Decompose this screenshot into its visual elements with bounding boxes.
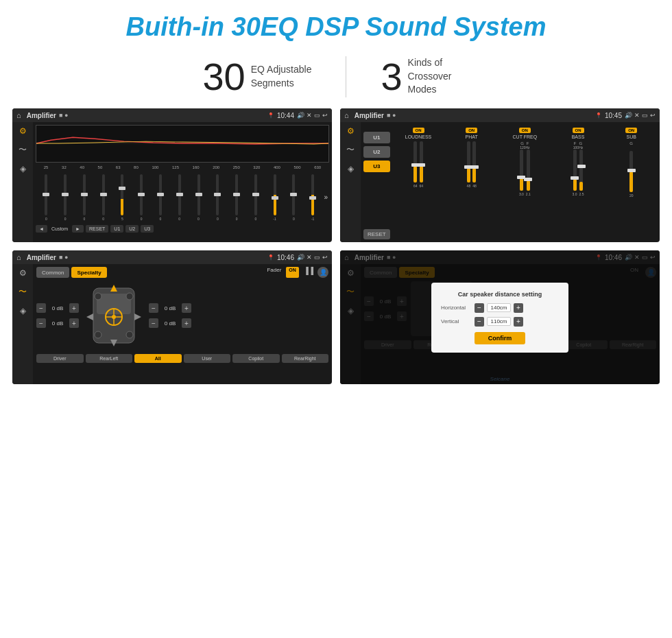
fader-sidebar-icon3[interactable]: ◈ <box>20 306 26 316</box>
dialog-title: Car speaker distance setting <box>441 291 559 298</box>
preset-column: U1 U2 U3 RESET <box>363 125 390 239</box>
eq-next-btn[interactable]: ► <box>72 225 84 233</box>
eq-reset-btn[interactable]: RESET <box>86 225 108 233</box>
loudness-on: ON <box>413 128 424 133</box>
window-icon-3: ▭ <box>314 254 320 261</box>
channel-cutfreq: ON CUT FREQ GF 120Hz <box>499 128 551 239</box>
dialog-horizontal-label: Horizontal <box>441 305 472 311</box>
eq-main: 253240 506380 100125160 200250320 400500… <box>33 122 332 242</box>
eq-slider-0[interactable]: 0 <box>37 174 56 221</box>
eq-sidebar-icon3[interactable]: ◈ <box>20 164 26 174</box>
dialog-overlay: Car speaker distance setting Horizontal … <box>340 250 660 384</box>
fader-sidebar: ⚙ 〜 ◈ <box>12 264 33 384</box>
close-icon-3: ✕ <box>307 254 312 261</box>
btn-driver[interactable]: Driver <box>36 354 84 363</box>
vol-fl-value: 0 dB <box>48 305 67 311</box>
crossover-status-icons: 🔊 ✕ ▭ ↩ <box>625 112 656 119</box>
eq-slider-7[interactable]: 0 <box>170 174 189 221</box>
eq-slider-13[interactable]: 0 <box>285 174 303 221</box>
channel-bass: ON BASS FG 100Hz <box>553 128 604 239</box>
eq-prev-btn[interactable]: ◄ <box>36 225 47 233</box>
crossover-sidebar-icon1[interactable]: ⚙ <box>347 126 355 136</box>
vol-rl-value: 0 dB <box>48 320 67 327</box>
vol-rr-minus[interactable]: − <box>149 318 158 328</box>
vol-rl-minus[interactable]: − <box>36 318 46 328</box>
btn-rearright[interactable]: RearRight <box>282 354 329 363</box>
eq-app-name: Amplifier <box>27 112 56 119</box>
crossover-reset-btn[interactable]: RESET <box>363 229 390 239</box>
sub-on: ON <box>625 128 637 133</box>
eq-u3-btn[interactable]: U3 <box>141 225 154 233</box>
vol-rear-left: − 0 dB + <box>36 318 79 328</box>
fader-layout: − 0 dB + − 0 dB + <box>36 281 328 350</box>
vol-fr-plus[interactable]: + <box>182 303 191 313</box>
vertical-minus-btn[interactable]: − <box>475 317 484 327</box>
crossover-sidebar-icon3[interactable]: ◈ <box>348 164 354 174</box>
confirm-button[interactable]: Confirm <box>475 332 526 344</box>
btn-all[interactable]: All <box>134 354 182 363</box>
scroll-right-icon[interactable]: » <box>324 193 328 201</box>
home-icon-2[interactable]: ⌂ <box>344 111 349 119</box>
eq-time: 10:44 <box>277 112 294 119</box>
fader-sidebar-icon1[interactable]: ⚙ <box>19 268 27 278</box>
eq-slider-10[interactable]: 0 <box>228 174 246 221</box>
settings-person-icon[interactable]: 👤 <box>317 267 328 278</box>
eq-slider-6[interactable]: 0 <box>152 174 170 221</box>
eq-body: ⚙ 〜 ◈ 25 <box>12 122 332 242</box>
location-icon-3: 📍 <box>267 255 274 261</box>
eq-sidebar-icon1[interactable]: ⚙ <box>19 126 27 136</box>
loudness-sliders: 64 64 <box>413 141 423 203</box>
eq-slider-1[interactable]: 0 <box>56 174 75 221</box>
eq-slider-3[interactable]: 0 <box>94 174 112 221</box>
eq-slider-4[interactable]: 5 <box>113 174 132 221</box>
crossover-time: 10:45 <box>605 112 622 119</box>
crossover-sidebar-icon2[interactable]: 〜 <box>346 144 355 156</box>
eq-slider-8[interactable]: 0 <box>189 174 208 221</box>
stat-eq-number: 30 <box>202 54 245 99</box>
vol-fr-value: 0 dB <box>160 305 180 311</box>
eq-slider-2[interactable]: 0 <box>75 174 94 221</box>
stat-crossover-label: Kinds ofCrossover Modes <box>408 56 470 97</box>
fader-time: 10:46 <box>277 254 294 261</box>
tab-common[interactable]: Common <box>36 267 69 278</box>
fader-sidebar-icon2[interactable]: 〜 <box>19 286 27 298</box>
home-icon[interactable]: ⌂ <box>16 111 21 119</box>
eq-slider-12[interactable]: -1 <box>265 174 284 221</box>
preset-u2-btn[interactable]: U2 <box>363 146 390 158</box>
channel-phat: ON PHAT 48 <box>446 128 497 239</box>
screen-fader: ⌂ Amplifier ■ ● 📍 10:46 🔊 ✕ ▭ ↩ ⚙ 〜 ◈ <box>12 250 332 384</box>
eq-u1-btn[interactable]: U1 <box>110 225 123 233</box>
vol-fl-plus[interactable]: + <box>69 303 79 313</box>
eq-slider-9[interactable]: 0 <box>208 174 227 221</box>
eq-u2-btn[interactable]: U2 <box>125 225 139 233</box>
vol-fl-minus[interactable]: − <box>36 303 46 313</box>
eq-slider-14[interactable]: -1 <box>304 174 322 221</box>
tab-specialty[interactable]: Specialty <box>71 267 106 278</box>
btn-user[interactable]: User <box>184 354 231 363</box>
eq-slider-11[interactable]: 0 <box>246 174 265 221</box>
btn-copilot[interactable]: Copilot <box>232 354 280 363</box>
vol-fr-minus[interactable]: − <box>149 303 158 313</box>
stats-row: 30 EQ AdjustableSegments 3 Kinds ofCross… <box>0 49 672 108</box>
eq-sidebar-icon2[interactable]: 〜 <box>19 144 27 156</box>
fader-toggle-icon[interactable]: ▐▐ <box>304 267 313 278</box>
vol-rl-plus[interactable]: + <box>69 318 79 328</box>
vertical-plus-btn[interactable]: + <box>514 317 523 327</box>
vol-rr-plus[interactable]: + <box>182 318 191 328</box>
horizontal-minus-btn[interactable]: − <box>475 303 484 313</box>
eq-slider-5[interactable]: 0 <box>132 174 151 221</box>
fader-body: ⚙ 〜 ◈ Common Specialty Fader ON ▐▐ 👤 <box>12 264 332 384</box>
preset-u1-btn[interactable]: U1 <box>363 132 390 143</box>
vertical-value: 110cm <box>487 317 511 326</box>
eq-icons: ■ ● <box>59 112 68 119</box>
home-icon-3[interactable]: ⌂ <box>16 253 21 261</box>
vol-rear-right: − 0 dB + <box>149 318 191 328</box>
screen-crossover: ⌂ Amplifier ■ ● 📍 10:45 🔊 ✕ ▭ ↩ ⚙ 〜 ◈ <box>340 108 660 242</box>
preset-u3-btn[interactable]: U3 <box>363 161 390 172</box>
btn-rearleft[interactable]: RearLeft <box>86 354 133 363</box>
close-icon: ✕ <box>307 112 312 119</box>
horizontal-plus-btn[interactable]: + <box>514 303 523 313</box>
svg-marker-10 <box>134 314 141 320</box>
eq-freq-labels: 253240 506380 100125160 200250320 400500… <box>36 165 329 169</box>
vol-rr-value: 0 dB <box>160 320 180 327</box>
